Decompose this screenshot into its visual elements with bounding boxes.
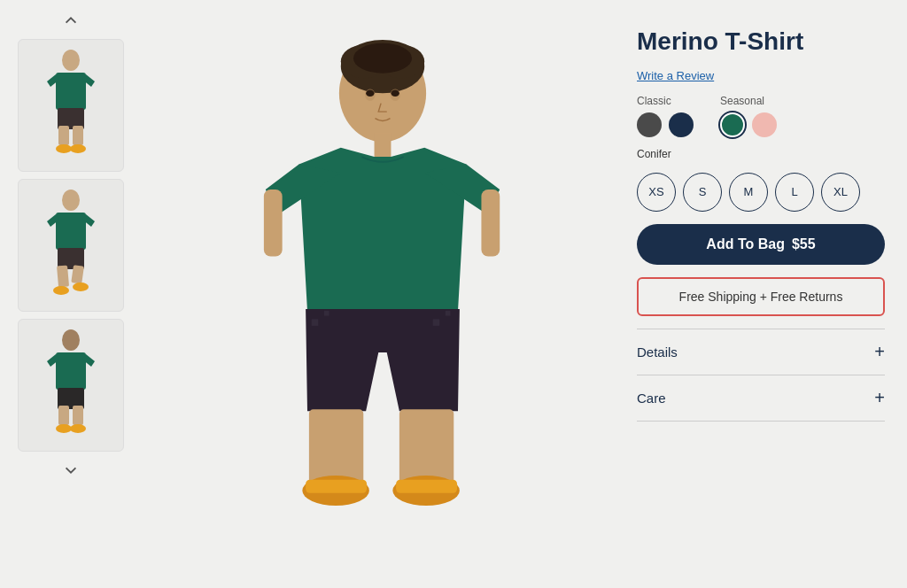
svg-rect-18 bbox=[73, 406, 83, 425]
svg-rect-10 bbox=[57, 265, 69, 287]
add-to-bag-label: Add To Bag bbox=[706, 236, 785, 252]
svg-point-14 bbox=[62, 329, 80, 351]
page-wrapper: Merino T-Shirt Write a Review Classic Se… bbox=[0, 0, 907, 588]
svg-point-0 bbox=[62, 50, 80, 71]
svg-rect-3 bbox=[58, 126, 69, 145]
size-section: XS S M L XL bbox=[637, 173, 885, 212]
color-swatch-charcoal[interactable] bbox=[637, 112, 662, 137]
svg-rect-34 bbox=[446, 311, 451, 316]
color-swatch-conifer[interactable] bbox=[720, 112, 745, 137]
svg-rect-30 bbox=[375, 134, 391, 157]
size-m[interactable]: M bbox=[729, 173, 768, 212]
svg-rect-15 bbox=[56, 352, 86, 390]
thumbnail-nav-up[interactable] bbox=[56, 9, 86, 32]
accordion-details[interactable]: Details + bbox=[637, 329, 885, 375]
thumbnail-column bbox=[0, 0, 142, 588]
add-to-bag-price: $55 bbox=[792, 236, 816, 252]
svg-rect-38 bbox=[306, 480, 367, 493]
svg-rect-41 bbox=[264, 190, 283, 257]
svg-rect-35 bbox=[309, 409, 363, 484]
details-label: Details bbox=[637, 344, 678, 360]
color-swatch-navy[interactable] bbox=[669, 112, 694, 137]
accordion-care[interactable]: Care + bbox=[637, 375, 885, 422]
svg-rect-4 bbox=[73, 126, 83, 145]
svg-rect-36 bbox=[399, 409, 454, 484]
svg-rect-40 bbox=[396, 480, 457, 493]
seasonal-swatches bbox=[720, 112, 777, 137]
thumbnail-nav-down[interactable] bbox=[56, 459, 86, 482]
color-section: Classic Seasonal Conifer bbox=[637, 95, 885, 160]
main-product-visual bbox=[232, 37, 533, 551]
thumbnail-1[interactable] bbox=[18, 39, 124, 172]
svg-rect-17 bbox=[58, 406, 69, 425]
free-shipping-box: Free Shipping + Free Returns bbox=[637, 277, 885, 316]
svg-rect-32 bbox=[324, 311, 329, 316]
care-icon: + bbox=[874, 388, 885, 408]
classic-color-group: Classic bbox=[637, 95, 694, 137]
seasonal-color-group: Seasonal bbox=[720, 95, 777, 137]
free-shipping-label: Free Shipping + Free Returns bbox=[679, 290, 843, 304]
accordion: Details + Care + bbox=[637, 329, 885, 422]
svg-point-20 bbox=[70, 424, 86, 433]
svg-point-6 bbox=[70, 144, 86, 153]
product-title: Merino T-Shirt bbox=[637, 27, 885, 57]
size-xl[interactable]: XL bbox=[821, 173, 860, 212]
svg-point-12 bbox=[53, 286, 69, 295]
product-info-panel: Merino T-Shirt Write a Review Classic Se… bbox=[624, 0, 907, 588]
details-icon: + bbox=[874, 342, 885, 362]
svg-point-13 bbox=[73, 282, 89, 291]
svg-point-5 bbox=[56, 144, 72, 153]
care-label: Care bbox=[637, 391, 666, 406]
add-to-bag-button[interactable]: Add To Bag $55 bbox=[637, 224, 885, 265]
svg-point-7 bbox=[62, 190, 80, 211]
main-image-area bbox=[142, 0, 624, 588]
size-l[interactable]: L bbox=[775, 173, 814, 212]
svg-rect-8 bbox=[56, 213, 86, 250]
svg-point-29 bbox=[391, 90, 399, 97]
thumbnail-2[interactable] bbox=[18, 179, 124, 312]
classic-label: Classic bbox=[637, 95, 694, 107]
thumbnail-3[interactable] bbox=[18, 319, 124, 452]
size-s[interactable]: S bbox=[683, 173, 722, 212]
svg-rect-42 bbox=[481, 190, 500, 257]
svg-point-19 bbox=[56, 424, 72, 433]
svg-point-25 bbox=[353, 43, 412, 74]
svg-rect-31 bbox=[312, 319, 319, 326]
svg-rect-33 bbox=[433, 319, 440, 326]
color-swatch-blush[interactable] bbox=[752, 112, 777, 137]
write-review-link[interactable]: Write a Review bbox=[637, 69, 885, 82]
selected-color-name: Conifer bbox=[637, 148, 885, 160]
svg-rect-1 bbox=[56, 73, 86, 110]
seasonal-label: Seasonal bbox=[720, 95, 777, 107]
color-group-row: Classic Seasonal bbox=[637, 95, 885, 137]
svg-point-28 bbox=[366, 90, 374, 97]
size-xs[interactable]: XS bbox=[637, 173, 676, 212]
classic-swatches bbox=[637, 112, 694, 137]
